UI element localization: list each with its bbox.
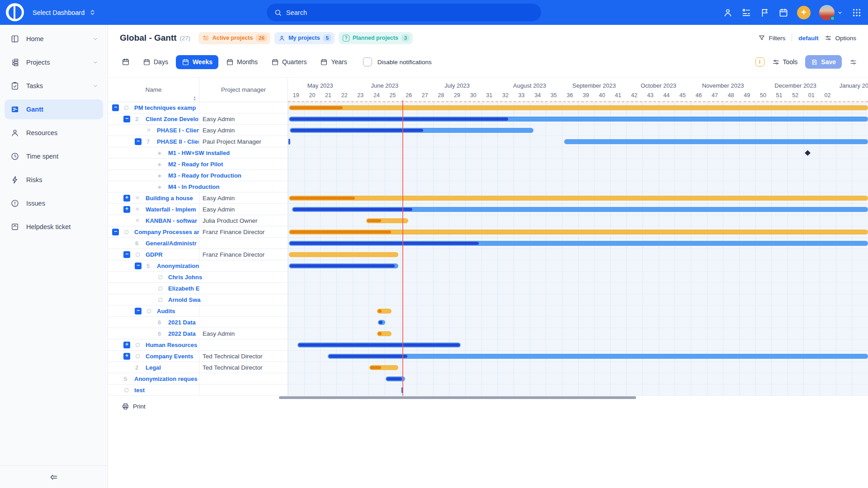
chip-active-projects[interactable]: Active projects26	[198, 32, 270, 44]
task-name-link[interactable]: Client Zone Develo	[146, 116, 198, 122]
gantt-bar[interactable]	[289, 230, 868, 235]
expand-toggle[interactable]: +	[123, 353, 130, 360]
gantt-tick-bar[interactable]	[288, 139, 290, 145]
checklist-icon[interactable]	[741, 8, 751, 18]
expand-toggle[interactable]: +	[123, 206, 130, 213]
chip-planned-projects[interactable]: ?Planned projects3	[339, 32, 413, 44]
task-name-link[interactable]: Company Processes ar	[134, 229, 199, 235]
sort-icon[interactable]: ▲▼	[193, 96, 196, 101]
gantt-bar[interactable]	[377, 331, 392, 336]
tools-button[interactable]: Tools	[772, 58, 798, 66]
view-months[interactable]: Months	[220, 55, 264, 69]
chip-my-projects[interactable]: My projects5	[274, 32, 335, 44]
task-name-link[interactable]: Elizabeth E	[168, 285, 199, 292]
gantt-bar[interactable]	[289, 252, 398, 257]
sidebar-item-time-spent[interactable]: Time spent	[5, 146, 103, 166]
task-name-link[interactable]: M2 - Ready for Pilot	[168, 161, 223, 168]
gantt-bar[interactable]	[378, 320, 385, 325]
sidebar-item-resources[interactable]: Resources	[5, 123, 103, 143]
gantt-bar[interactable]	[289, 117, 868, 122]
dashboard-selector[interactable]: Select Dashboard	[33, 0, 96, 25]
sidebar-item-risks[interactable]: Risks	[5, 170, 103, 190]
calendar-icon[interactable]	[778, 8, 788, 18]
gantt-bar[interactable]	[292, 207, 868, 212]
collapse-toggle[interactable]: −	[135, 263, 142, 269]
gantt-bar[interactable]	[290, 128, 533, 133]
calendar-range-button[interactable]	[119, 55, 132, 69]
view-years[interactable]: Years	[314, 55, 353, 69]
gantt-bar[interactable]	[289, 241, 868, 246]
collapse-toggle[interactable]: −	[135, 308, 142, 314]
view-quarters[interactable]: Quarters	[265, 55, 312, 69]
task-name-link[interactable]: 2021 Data	[168, 319, 196, 326]
user-menu[interactable]	[819, 5, 843, 20]
task-name-link[interactable]: Legal	[146, 364, 161, 371]
task-name-link[interactable]: Audits	[157, 308, 175, 314]
task-name-link[interactable]: 2022 Data	[168, 330, 196, 337]
collapse-toggle[interactable]: −	[123, 251, 130, 258]
manager-column-header[interactable]: Project manager	[199, 78, 288, 102]
gantt-bar[interactable]	[366, 218, 408, 223]
task-name-link[interactable]: Waterfall - Implem	[146, 206, 196, 213]
print-button[interactable]: Print	[122, 403, 146, 410]
gantt-tick-bar[interactable]	[401, 387, 403, 393]
collapse-toggle[interactable]: −	[123, 116, 130, 122]
task-name-link[interactable]: GDPR	[146, 251, 163, 258]
filters-button[interactable]: Filters	[758, 34, 785, 42]
task-name-link[interactable]: Arnold Swa	[168, 296, 201, 303]
task-name-link[interactable]: PHASE II - Clier	[157, 138, 199, 145]
milestone-diamond[interactable]	[805, 150, 811, 156]
task-name-link[interactable]: Company Events	[146, 353, 193, 360]
task-name-link[interactable]: Human Resources	[146, 342, 197, 348]
flag-icon[interactable]	[760, 8, 770, 18]
gantt-bar[interactable]	[289, 196, 868, 201]
app-logo[interactable]	[6, 3, 24, 21]
gantt-bar[interactable]	[564, 139, 868, 144]
task-name-link[interactable]: M3 - Ready for Production	[168, 172, 241, 179]
checkbox[interactable]	[363, 57, 372, 66]
user-icon[interactable]	[723, 8, 733, 18]
info-icon[interactable]: i	[755, 57, 764, 66]
task-name-link[interactable]: PHASE I - Client	[157, 127, 199, 134]
view-days[interactable]: Days	[137, 55, 174, 69]
apps-grid-icon[interactable]	[852, 8, 862, 18]
gantt-bar[interactable]	[289, 105, 868, 110]
collapse-toggle[interactable]: −	[112, 104, 119, 111]
task-name-link[interactable]: Anonymization reques	[134, 375, 197, 382]
sidebar-item-helpdesk-ticket[interactable]: Helpdesk ticket	[5, 217, 103, 237]
gantt-bar[interactable]	[369, 365, 398, 370]
gantt-bar[interactable]	[328, 354, 868, 359]
collapse-toggle[interactable]: −	[135, 138, 142, 145]
quick-add-button[interactable]: +	[797, 6, 811, 19]
horizontal-scrollbar[interactable]	[279, 396, 636, 399]
name-column-header[interactable]: Name ▲▼	[108, 78, 199, 102]
sidebar-item-projects[interactable]: Projects	[5, 52, 103, 72]
disable-notifications-toggle[interactable]: Disable notifications	[363, 57, 432, 66]
settings-sliders-icon[interactable]	[849, 58, 857, 66]
options-button[interactable]: Options	[825, 34, 856, 42]
sidebar-item-gantt[interactable]: Gantt	[5, 99, 103, 119]
task-name-link[interactable]: Chris Johns	[168, 274, 202, 281]
collapse-toggle[interactable]: −	[112, 229, 119, 235]
sidebar-item-home[interactable]: Home	[5, 29, 103, 49]
gantt-bar[interactable]	[297, 343, 461, 347]
expand-toggle[interactable]: +	[123, 195, 130, 202]
task-name-link[interactable]: M1 - HW+SW installed	[168, 150, 230, 156]
task-name-link[interactable]: PM techniques examp	[134, 104, 196, 111]
gantt-bar[interactable]	[377, 309, 392, 314]
task-name-link[interactable]: KANBAN - softwar	[146, 217, 197, 224]
task-name-link[interactable]: Building a house	[146, 195, 193, 202]
sidebar-item-issues[interactable]: Issues	[5, 193, 103, 213]
gantt-bar[interactable]	[386, 376, 405, 381]
saved-view-link[interactable]: default	[798, 35, 818, 42]
save-button[interactable]: Save	[805, 55, 842, 69]
search-input[interactable]	[286, 9, 534, 16]
view-weeks[interactable]: Weeks	[176, 55, 218, 69]
collapse-sidebar-button[interactable]	[0, 465, 108, 488]
task-name-link[interactable]: Anonymization	[157, 263, 199, 269]
gantt-bar[interactable]	[289, 263, 398, 268]
expand-toggle[interactable]: +	[123, 342, 130, 348]
task-name-link[interactable]: General/Administr	[146, 240, 197, 247]
task-name-link[interactable]: M4 - In Production	[168, 183, 219, 190]
sidebar-item-tasks[interactable]: Tasks	[5, 76, 103, 96]
